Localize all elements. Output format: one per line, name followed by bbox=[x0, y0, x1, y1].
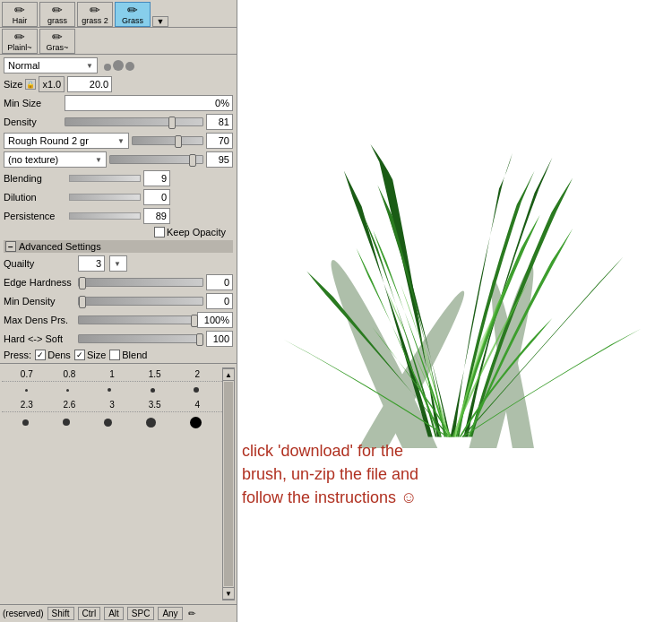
press-dens-label: Dens bbox=[47, 350, 71, 360]
press-dens-checkbox[interactable]: ✓ bbox=[35, 350, 46, 360]
edge-hardness-slider[interactable] bbox=[78, 278, 203, 287]
dot-row-labels-1: 0.7 0.8 1 1.5 2 bbox=[2, 367, 222, 382]
brush-type-value: Rough Round 2 gr bbox=[6, 135, 116, 146]
instruction-line1: click 'download' for the bbox=[242, 439, 663, 462]
instruction-line3: follow the instructions ☺ bbox=[242, 486, 663, 509]
advanced-settings-toggle[interactable]: − bbox=[5, 241, 16, 252]
dots-scroll-track bbox=[224, 382, 233, 586]
dot-label-3: 3 bbox=[95, 400, 129, 410]
texture-dropdown[interactable]: (no texture) ▼ bbox=[4, 151, 107, 168]
tab-hair[interactable]: ✏ Hair bbox=[2, 2, 38, 27]
blend-mode-value: Normal bbox=[6, 60, 84, 71]
size-label: Size bbox=[4, 79, 22, 90]
size-multiplier[interactable]: x1.0 bbox=[39, 76, 65, 92]
keep-opacity-wrap[interactable]: Keep Opacity bbox=[154, 227, 226, 238]
texture-value-num[interactable]: 95 bbox=[206, 151, 233, 168]
brush-type-value-num[interactable]: 70 bbox=[206, 133, 233, 149]
quality-arrow: ▼ bbox=[112, 260, 123, 268]
dot-07[interactable] bbox=[25, 389, 28, 392]
persistence-slider[interactable] bbox=[69, 212, 141, 220]
dot-4-selected[interactable] bbox=[190, 417, 202, 428]
dot-2[interactable] bbox=[194, 387, 199, 393]
dot-1[interactable] bbox=[108, 388, 111, 392]
edit-icon-btn[interactable]: ✏ bbox=[188, 609, 195, 618]
tab-grass-label: grass bbox=[47, 16, 67, 25]
tabs-scroll-btn[interactable]: ▼ bbox=[152, 16, 168, 27]
density-value[interactable]: 81 bbox=[206, 114, 233, 130]
min-size-value[interactable]: 0% bbox=[65, 95, 233, 111]
dot-23[interactable] bbox=[22, 419, 29, 426]
press-blend-wrap[interactable]: Blend bbox=[109, 350, 147, 360]
hard-soft-value[interactable]: 100 bbox=[206, 331, 233, 347]
dot-label-26: 2.6 bbox=[52, 400, 86, 410]
keep-opacity-checkbox[interactable] bbox=[154, 227, 165, 238]
lock-icon: 🔒 bbox=[26, 81, 35, 89]
dot-label-23: 2.3 bbox=[10, 400, 44, 410]
dot-label-07: 0.7 bbox=[10, 369, 44, 379]
dilution-slider[interactable] bbox=[69, 194, 141, 201]
brush-icon-grass: ✏ bbox=[52, 4, 63, 16]
grass-svg bbox=[237, 0, 672, 448]
press-size-checkbox[interactable]: ✓ bbox=[74, 350, 85, 360]
density-slider[interactable] bbox=[65, 117, 203, 126]
left-panel: ✏ Hair ✏ grass ✏ grass 2 ✏ Grass ▼ ✏ Pla… bbox=[0, 0, 237, 622]
persistence-label: Persistence bbox=[4, 211, 66, 221]
quality-value[interactable]: 3 bbox=[78, 255, 105, 272]
press-dens-wrap[interactable]: ✓ Dens bbox=[35, 350, 71, 360]
tab-gras-label: Gras~ bbox=[47, 43, 69, 52]
dots-scroll-down[interactable]: ▼ bbox=[222, 587, 235, 600]
max-dens-prs-value[interactable]: 100% bbox=[197, 312, 233, 328]
tab-plain[interactable]: ✏ Plainl~ bbox=[2, 29, 38, 54]
dot-15[interactable] bbox=[151, 388, 155, 393]
status-bar: (reserved) Shift Ctrl Alt SPC Any ✏ bbox=[0, 604, 237, 622]
edge-hardness-value[interactable]: 0 bbox=[206, 274, 233, 290]
min-density-slider[interactable] bbox=[78, 297, 203, 306]
min-density-value[interactable]: 0 bbox=[206, 293, 233, 309]
dots-scroll-up[interactable]: ▲ bbox=[222, 368, 235, 381]
hard-soft-slider[interactable] bbox=[78, 334, 203, 343]
dot-3[interactable] bbox=[104, 419, 112, 427]
status-reserved: (reserved) bbox=[3, 609, 44, 618]
texture-slider[interactable] bbox=[109, 155, 203, 164]
advanced-settings-header[interactable]: − Advanced Settings bbox=[4, 240, 233, 253]
tab-grass-active-label: Grass bbox=[122, 16, 143, 25]
max-dens-prs-label: Max Dens Prs. bbox=[4, 315, 75, 325]
persistence-value[interactable]: 89 bbox=[143, 208, 170, 224]
size-value[interactable]: 20.0 bbox=[67, 76, 112, 92]
blend-mode-dropdown[interactable]: Normal ▼ bbox=[4, 57, 98, 73]
dot-35[interactable] bbox=[146, 418, 156, 428]
ctrl-btn[interactable]: Ctrl bbox=[78, 607, 101, 620]
brush-type-arrow: ▼ bbox=[116, 137, 126, 145]
brush-icon-plain: ✏ bbox=[14, 30, 25, 43]
spc-btn[interactable]: SPC bbox=[127, 607, 155, 620]
tab-grass[interactable]: ✏ grass bbox=[39, 2, 75, 27]
press-blend-checkbox[interactable] bbox=[109, 350, 120, 360]
alt-btn[interactable]: Alt bbox=[104, 607, 124, 620]
instruction-line2: brush, un-zip the file and bbox=[242, 462, 663, 486]
edge-hardness-label: Edge Hardness bbox=[4, 277, 75, 288]
pencil-icon: ✏ bbox=[188, 609, 195, 618]
tab-gras[interactable]: ✏ Gras~ bbox=[39, 29, 75, 54]
dot-26[interactable] bbox=[63, 419, 70, 426]
density-label: Density bbox=[4, 117, 62, 127]
dot-row-labels-2: 2.3 2.6 3 3.5 4 bbox=[2, 398, 222, 412]
dilution-value[interactable]: 0 bbox=[143, 189, 170, 205]
tab-grass2[interactable]: ✏ grass 2 bbox=[77, 2, 113, 27]
quality-dropdown[interactable]: ▼ bbox=[109, 255, 127, 272]
blending-slider[interactable] bbox=[69, 175, 141, 182]
dot-08[interactable] bbox=[66, 389, 69, 392]
any-btn[interactable]: Any bbox=[158, 607, 182, 620]
max-dens-prs-slider[interactable] bbox=[78, 315, 194, 324]
brush-type-slider[interactable] bbox=[132, 136, 203, 145]
blending-label: Blending bbox=[4, 173, 66, 184]
brush-type-dropdown[interactable]: Rough Round 2 gr ▼ bbox=[4, 133, 129, 149]
advanced-settings-label: Advanced Settings bbox=[19, 241, 101, 252]
brush-size-bumps bbox=[104, 60, 134, 71]
grass-canvas bbox=[237, 0, 672, 448]
tab-grass-active[interactable]: ✏ Grass bbox=[115, 2, 151, 27]
instruction-text: click 'download' for the brush, un-zip t… bbox=[242, 439, 663, 509]
size-lock-btn[interactable]: 🔒 bbox=[25, 79, 36, 90]
press-size-wrap[interactable]: ✓ Size bbox=[74, 350, 106, 360]
shift-btn[interactable]: Shift bbox=[47, 607, 74, 620]
blending-value[interactable]: 9 bbox=[143, 170, 170, 186]
